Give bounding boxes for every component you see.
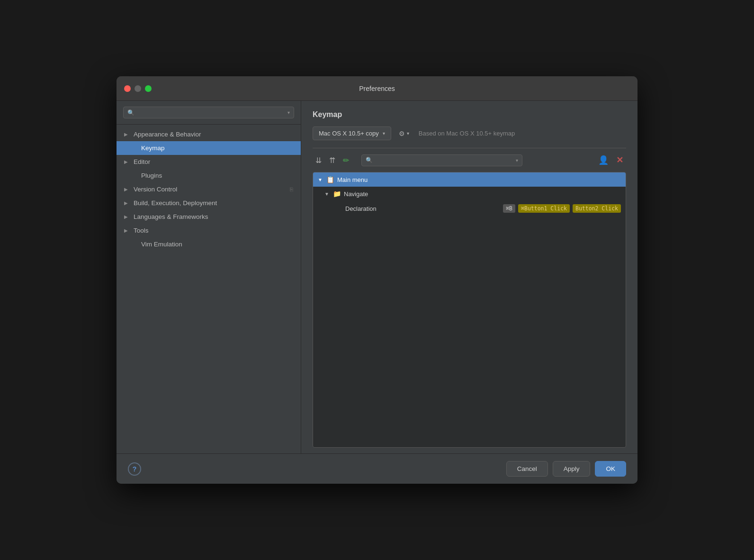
- tree-item-label: Navigate: [344, 190, 621, 198]
- bottom-bar: ? Cancel Apply OK: [117, 453, 637, 484]
- find-shortcut-button[interactable]: 👤: [595, 153, 611, 167]
- sidebar-item-editor[interactable]: ▶ Editor: [117, 155, 301, 169]
- close-button[interactable]: [124, 85, 131, 92]
- keymap-selector-row: Mac OS X 10.5+ copy ▾ ⚙ ▾ Based on Mac O…: [313, 126, 626, 140]
- tree-item-navigate[interactable]: ▼ 📁 Navigate: [313, 187, 626, 201]
- sidebar-item-label: Keymap: [141, 145, 165, 152]
- arrow-icon: ▶: [124, 214, 130, 219]
- sidebar-item-build[interactable]: ▶ Build, Execution, Deployment: [117, 196, 301, 210]
- sidebar-item-appearance[interactable]: ▶ Appearance & Behavior: [117, 127, 301, 141]
- sidebar-search-icon: 🔍: [127, 109, 135, 116]
- shortcut-badge-cmd-b: ⌘B: [503, 204, 515, 213]
- traffic-lights: [124, 85, 152, 92]
- pencil-icon: ✏: [343, 156, 349, 165]
- sidebar-item-version-control[interactable]: ▶ Version Control ⎘: [117, 182, 301, 196]
- minimize-button[interactable]: [135, 85, 141, 92]
- tree-arrow-icon: ▼: [318, 177, 324, 182]
- arrow-icon: ▶: [124, 228, 130, 233]
- sidebar-item-keymap[interactable]: Keymap: [117, 141, 301, 155]
- sidebar-item-label: Plugins: [141, 172, 162, 179]
- copy-icon: ⎘: [290, 186, 293, 193]
- close-icon: ✕: [616, 155, 623, 165]
- dropdown-chevron-icon: ▾: [383, 131, 385, 136]
- sidebar-nav: ▶ Appearance & Behavior Keymap ▶ Editor …: [117, 125, 301, 453]
- sidebar-item-label: Build, Execution, Deployment: [134, 199, 217, 207]
- keymap-dropdown-label: Mac OS X 10.5+ copy: [319, 130, 379, 137]
- keymap-search-wrapper[interactable]: 🔍 ▾: [361, 154, 522, 166]
- arrow-icon: ▶: [124, 132, 130, 137]
- collapse-all-button[interactable]: ⇈: [326, 154, 338, 167]
- shortcut-badge-mouse2: Button2 Click: [573, 204, 621, 213]
- right-panel: Keymap Mac OS X 10.5+ copy ▾ ⚙ ▾ Based o…: [301, 101, 637, 453]
- sidebar-item-label: Vim Emulation: [141, 241, 182, 248]
- main-content: 🔍 ▾ ▶ Appearance & Behavior Keymap ▶ Edi…: [117, 101, 637, 453]
- folder-icon: 📋: [326, 176, 334, 183]
- bottom-actions: Cancel Apply OK: [506, 461, 626, 477]
- keymap-header: Keymap Mac OS X 10.5+ copy ▾ ⚙ ▾ Based o…: [301, 101, 637, 148]
- arrow-icon: ▶: [124, 159, 130, 164]
- sidebar-item-label: Languages & Frameworks: [134, 213, 208, 220]
- arrow-icon: ▶: [124, 200, 130, 206]
- sidebar: 🔍 ▾ ▶ Appearance & Behavior Keymap ▶ Edi…: [117, 101, 301, 453]
- edit-shortcut-button[interactable]: ✏: [340, 154, 352, 167]
- maximize-button[interactable]: [145, 85, 152, 92]
- tree-item-main-menu[interactable]: ▼ 📋 Main menu: [313, 172, 626, 187]
- sidebar-search-chevron-icon: ▾: [287, 110, 290, 115]
- keymap-search-chevron-icon: ▾: [516, 158, 518, 163]
- ok-button[interactable]: OK: [595, 461, 626, 477]
- clear-button[interactable]: ✕: [613, 153, 626, 167]
- sidebar-item-languages[interactable]: ▶ Languages & Frameworks: [117, 210, 301, 224]
- tree-item-declaration[interactable]: ▶ Declaration ⌘B ⌘Button1 Click Button2 …: [313, 201, 626, 216]
- collapse-all-icon: ⇈: [329, 156, 335, 165]
- gear-icon: ⚙: [399, 130, 405, 137]
- expand-all-button[interactable]: ⇊: [313, 154, 324, 167]
- keymap-based-on-label: Based on Mac OS X 10.5+ keymap: [419, 130, 515, 137]
- apply-button[interactable]: Apply: [553, 461, 591, 477]
- keymap-dropdown[interactable]: Mac OS X 10.5+ copy ▾: [313, 126, 391, 140]
- shortcut-badge-mouse1: ⌘Button1 Click: [518, 204, 570, 213]
- sidebar-item-vim[interactable]: Vim Emulation: [117, 237, 301, 251]
- sidebar-search-wrapper[interactable]: 🔍 ▾: [123, 107, 294, 118]
- tree-item-label: Main menu: [337, 176, 621, 183]
- sidebar-search-input[interactable]: [137, 109, 285, 116]
- keymap-toolbar: ⇊ ⇈ ✏ 🔍 ▾ 👤 ✕: [301, 148, 637, 172]
- sidebar-item-label: Appearance & Behavior: [134, 131, 201, 138]
- sidebar-item-tools[interactable]: ▶ Tools: [117, 224, 301, 237]
- tree-arrow-icon: ▼: [324, 191, 331, 197]
- sidebar-search-area: 🔍 ▾: [117, 101, 301, 125]
- expand-all-icon: ⇊: [315, 156, 322, 165]
- preferences-window: Preferences 🔍 ▾ ▶ Appearance & Behavior: [117, 76, 637, 484]
- sidebar-item-label: Tools: [134, 227, 149, 234]
- arrow-icon: ▶: [124, 187, 130, 192]
- window-title: Preferences: [359, 85, 395, 92]
- folder-icon: 📁: [333, 190, 341, 198]
- keymap-search-input[interactable]: [376, 157, 513, 164]
- person-icon: 👤: [598, 155, 609, 165]
- cancel-button[interactable]: Cancel: [506, 461, 548, 477]
- help-button[interactable]: ?: [128, 462, 141, 476]
- toolbar-actions: 👤 ✕: [595, 153, 626, 167]
- keymap-gear-button[interactable]: ⚙ ▾: [396, 128, 412, 139]
- keymap-tree: ▼ 📋 Main menu ▼ 📁 Navigate ▶ Declaration…: [313, 172, 626, 448]
- title-bar: Preferences: [117, 76, 637, 101]
- gear-chevron-icon: ▾: [407, 131, 409, 136]
- sidebar-item-label: Version Control: [134, 186, 177, 193]
- keymap-title: Keymap: [313, 110, 626, 119]
- keymap-search-icon: 🔍: [366, 157, 373, 163]
- tree-item-label: Declaration: [345, 205, 500, 212]
- sidebar-item-plugins[interactable]: Plugins: [117, 169, 301, 182]
- sidebar-item-label: Editor: [134, 158, 150, 165]
